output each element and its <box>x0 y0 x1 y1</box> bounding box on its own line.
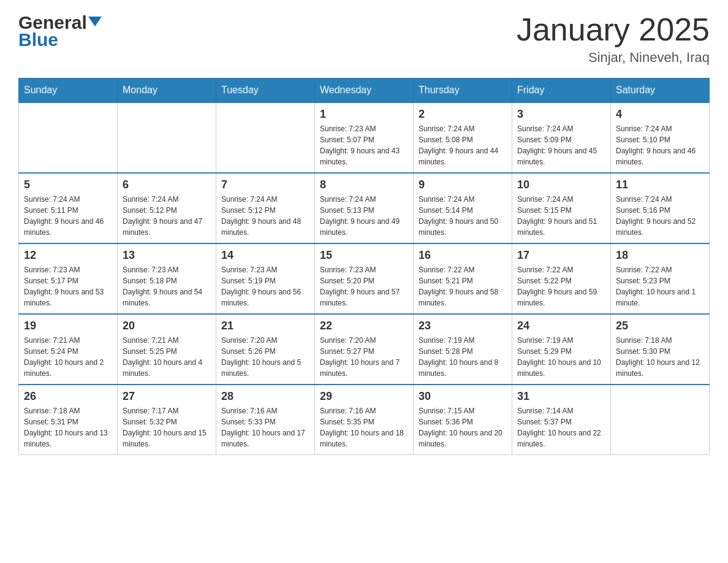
svg-marker-0 <box>88 17 102 26</box>
week-row-3: 12 Sunrise: 7:23 AMSunset: 5:17 PMDaylig… <box>19 243 710 314</box>
header-thursday: Thursday <box>414 79 512 103</box>
day-info: Sunrise: 7:23 AMSunset: 5:20 PMDaylight:… <box>320 264 408 308</box>
day-number: 21 <box>221 320 309 332</box>
calendar-cell: 5 Sunrise: 7:24 AMSunset: 5:11 PMDayligh… <box>19 173 118 243</box>
calendar-cell: 20 Sunrise: 7:21 AMSunset: 5:25 PMDaylig… <box>118 314 216 385</box>
day-info: Sunrise: 7:18 AMSunset: 5:31 PMDaylight:… <box>24 405 112 450</box>
day-number: 7 <box>221 178 309 191</box>
calendar-table: Sunday Monday Tuesday Wednesday Thursday… <box>18 78 710 455</box>
day-info: Sunrise: 7:24 AMSunset: 5:14 PMDaylight:… <box>419 194 507 238</box>
day-number: 29 <box>320 390 408 403</box>
day-number: 3 <box>517 108 605 121</box>
calendar-cell: 7 Sunrise: 7:24 AMSunset: 5:12 PMDayligh… <box>216 173 315 243</box>
calendar-cell: 14 Sunrise: 7:23 AMSunset: 5:19 PMDaylig… <box>216 243 315 314</box>
calendar-cell: 31 Sunrise: 7:14 AMSunset: 5:37 PMDaylig… <box>512 385 611 455</box>
calendar-cell: 19 Sunrise: 7:21 AMSunset: 5:24 PMDaylig… <box>19 314 118 385</box>
day-number: 16 <box>419 249 507 262</box>
day-info: Sunrise: 7:24 AMSunset: 5:10 PMDaylight:… <box>616 123 704 167</box>
calendar-cell: 4 Sunrise: 7:24 AMSunset: 5:10 PMDayligh… <box>611 102 710 173</box>
calendar-cell <box>19 102 118 173</box>
calendar-cell: 8 Sunrise: 7:24 AMSunset: 5:13 PMDayligh… <box>315 173 414 243</box>
calendar-cell: 17 Sunrise: 7:22 AMSunset: 5:22 PMDaylig… <box>512 243 611 314</box>
logo-triangle-icon <box>88 17 102 26</box>
day-number: 27 <box>123 390 211 403</box>
day-number: 17 <box>517 249 605 262</box>
day-info: Sunrise: 7:23 AMSunset: 5:18 PMDaylight:… <box>123 264 211 308</box>
day-info: Sunrise: 7:20 AMSunset: 5:27 PMDaylight:… <box>320 335 408 379</box>
day-number: 11 <box>616 178 704 191</box>
calendar-cell: 24 Sunrise: 7:19 AMSunset: 5:29 PMDaylig… <box>512 314 611 385</box>
calendar-cell: 26 Sunrise: 7:18 AMSunset: 5:31 PMDaylig… <box>19 385 118 455</box>
title-section: January 2025 Sinjar, Nineveh, Iraq <box>517 12 710 66</box>
day-number: 13 <box>123 249 211 262</box>
day-info: Sunrise: 7:18 AMSunset: 5:30 PMDaylight:… <box>616 335 704 379</box>
header-sunday: Sunday <box>19 79 118 103</box>
logo-blue-text: Blue <box>18 29 58 50</box>
day-info: Sunrise: 7:24 AMSunset: 5:15 PMDaylight:… <box>517 194 605 238</box>
day-number: 24 <box>517 320 605 332</box>
day-info: Sunrise: 7:22 AMSunset: 5:23 PMDaylight:… <box>616 264 704 308</box>
day-number: 31 <box>517 390 605 403</box>
day-info: Sunrise: 7:21 AMSunset: 5:24 PMDaylight:… <box>24 335 112 379</box>
calendar-cell: 3 Sunrise: 7:24 AMSunset: 5:09 PMDayligh… <box>512 102 611 173</box>
calendar-cell: 18 Sunrise: 7:22 AMSunset: 5:23 PMDaylig… <box>611 243 710 314</box>
day-info: Sunrise: 7:16 AMSunset: 5:33 PMDaylight:… <box>221 405 309 450</box>
day-info: Sunrise: 7:22 AMSunset: 5:22 PMDaylight:… <box>517 264 605 308</box>
header-wednesday: Wednesday <box>315 79 414 103</box>
day-number: 26 <box>24 390 112 403</box>
week-row-1: 1 Sunrise: 7:23 AMSunset: 5:07 PMDayligh… <box>19 102 710 173</box>
day-info: Sunrise: 7:24 AMSunset: 5:08 PMDaylight:… <box>419 123 507 167</box>
day-number: 15 <box>320 249 408 262</box>
logo: General Blue <box>18 12 102 50</box>
day-number: 12 <box>24 249 112 262</box>
day-number: 6 <box>123 178 211 191</box>
calendar-cell: 2 Sunrise: 7:24 AMSunset: 5:08 PMDayligh… <box>414 102 512 173</box>
calendar-cell <box>118 102 216 173</box>
page-header: General Blue January 2025 Sinjar, Nineve… <box>18 12 710 66</box>
day-info: Sunrise: 7:24 AMSunset: 5:12 PMDaylight:… <box>221 194 309 238</box>
calendar-cell: 11 Sunrise: 7:24 AMSunset: 5:16 PMDaylig… <box>611 173 710 243</box>
week-row-2: 5 Sunrise: 7:24 AMSunset: 5:11 PMDayligh… <box>19 173 710 243</box>
day-number: 19 <box>24 320 112 332</box>
day-number: 25 <box>616 320 704 332</box>
calendar-cell: 1 Sunrise: 7:23 AMSunset: 5:07 PMDayligh… <box>315 102 414 173</box>
day-info: Sunrise: 7:16 AMSunset: 5:35 PMDaylight:… <box>320 405 408 450</box>
day-number: 30 <box>419 390 507 403</box>
day-info: Sunrise: 7:21 AMSunset: 5:25 PMDaylight:… <box>123 335 211 379</box>
day-info: Sunrise: 7:20 AMSunset: 5:26 PMDaylight:… <box>221 335 309 379</box>
header-monday: Monday <box>118 79 216 103</box>
calendar-cell: 6 Sunrise: 7:24 AMSunset: 5:12 PMDayligh… <box>118 173 216 243</box>
day-info: Sunrise: 7:19 AMSunset: 5:29 PMDaylight:… <box>517 335 605 379</box>
day-info: Sunrise: 7:24 AMSunset: 5:11 PMDaylight:… <box>24 194 112 238</box>
calendar-cell: 30 Sunrise: 7:15 AMSunset: 5:36 PMDaylig… <box>414 385 512 455</box>
day-info: Sunrise: 7:17 AMSunset: 5:32 PMDaylight:… <box>123 405 211 450</box>
day-number: 1 <box>320 108 408 121</box>
calendar-cell: 28 Sunrise: 7:16 AMSunset: 5:33 PMDaylig… <box>216 385 315 455</box>
day-number: 28 <box>221 390 309 403</box>
day-number: 20 <box>123 320 211 332</box>
header-tuesday: Tuesday <box>216 79 315 103</box>
calendar-cell: 22 Sunrise: 7:20 AMSunset: 5:27 PMDaylig… <box>315 314 414 385</box>
day-number: 23 <box>419 320 507 332</box>
calendar-title: January 2025 <box>517 12 710 47</box>
day-number: 4 <box>616 108 704 121</box>
day-info: Sunrise: 7:14 AMSunset: 5:37 PMDaylight:… <box>517 405 605 450</box>
day-number: 2 <box>419 108 507 121</box>
day-number: 10 <box>517 178 605 191</box>
calendar-cell: 10 Sunrise: 7:24 AMSunset: 5:15 PMDaylig… <box>512 173 611 243</box>
calendar-cell: 29 Sunrise: 7:16 AMSunset: 5:35 PMDaylig… <box>315 385 414 455</box>
day-number: 18 <box>616 249 704 262</box>
day-number: 22 <box>320 320 408 332</box>
day-info: Sunrise: 7:24 AMSunset: 5:13 PMDaylight:… <box>320 194 408 238</box>
day-info: Sunrise: 7:23 AMSunset: 5:17 PMDaylight:… <box>24 264 112 308</box>
week-row-5: 26 Sunrise: 7:18 AMSunset: 5:31 PMDaylig… <box>19 385 710 455</box>
calendar-cell: 27 Sunrise: 7:17 AMSunset: 5:32 PMDaylig… <box>118 385 216 455</box>
calendar-cell: 25 Sunrise: 7:18 AMSunset: 5:30 PMDaylig… <box>611 314 710 385</box>
day-info: Sunrise: 7:15 AMSunset: 5:36 PMDaylight:… <box>419 405 507 450</box>
header-saturday: Saturday <box>611 79 710 103</box>
calendar-cell: 15 Sunrise: 7:23 AMSunset: 5:20 PMDaylig… <box>315 243 414 314</box>
calendar-cell: 12 Sunrise: 7:23 AMSunset: 5:17 PMDaylig… <box>19 243 118 314</box>
calendar-cell: 21 Sunrise: 7:20 AMSunset: 5:26 PMDaylig… <box>216 314 315 385</box>
calendar-cell: 13 Sunrise: 7:23 AMSunset: 5:18 PMDaylig… <box>118 243 216 314</box>
day-number: 14 <box>221 249 309 262</box>
